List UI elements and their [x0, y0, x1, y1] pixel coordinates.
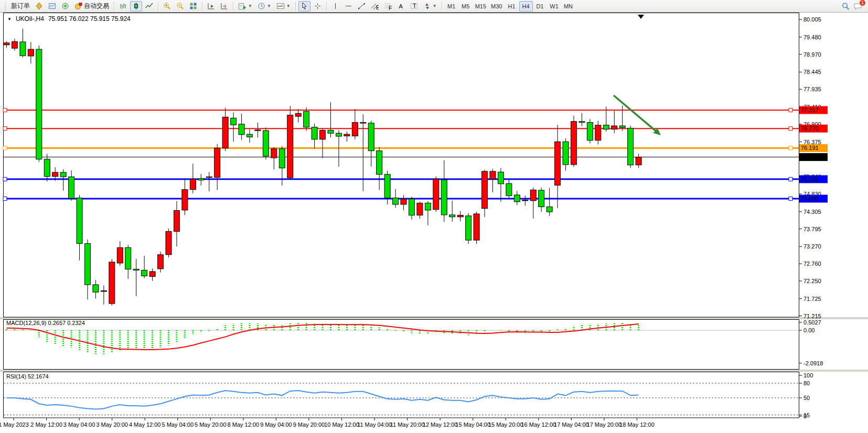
notification-badge: 1 — [859, 0, 866, 6]
line-handle[interactable] — [3, 146, 7, 150]
timeframe-m30-button[interactable]: M30 — [489, 1, 504, 12]
arrows-icon — [423, 2, 431, 10]
auto-scroll-button[interactable] — [205, 1, 217, 12]
new-order-button[interactable]: 新订单 — [9, 1, 32, 12]
svg-text:E: E — [376, 4, 379, 10]
line-handle[interactable] — [3, 177, 7, 181]
vertical-line-tool-button[interactable] — [329, 1, 341, 12]
svg-text:76.191: 76.191 — [801, 145, 819, 151]
zoom-out-button[interactable] — [174, 1, 186, 12]
chart-window[interactable]: 80.00579.48078.97078.44577.93577.41076.9… — [0, 13, 868, 433]
toolbar-grip[interactable] — [4, 2, 6, 10]
line-handle[interactable] — [789, 197, 792, 200]
new-chart-button[interactable]: ▼ — [236, 1, 254, 12]
indicators-button[interactable]: ▼ — [274, 1, 293, 12]
svg-text:1 May 2023: 1 May 2023 — [0, 421, 29, 428]
tile-windows-button[interactable] — [187, 1, 199, 12]
svg-text:10 May 12:00: 10 May 12:00 — [324, 421, 359, 428]
timeframe-d1-button[interactable]: D1 — [533, 1, 547, 12]
trendline-tool-button[interactable] — [356, 1, 368, 12]
line-handle[interactable] — [3, 109, 7, 112]
chevron-down-icon: ▼ — [433, 4, 437, 8]
zoom-in-button[interactable] — [161, 1, 173, 12]
timeframe-m15-button[interactable]: M15 — [473, 1, 488, 12]
timeframe-group: M1M5M15M30H1H4D1W1MN — [445, 1, 575, 12]
bar-chart-icon — [119, 2, 127, 10]
candle-body — [304, 111, 309, 127]
auto-trading-button[interactable]: 自动交易 — [72, 1, 111, 12]
candle-body — [52, 172, 58, 177]
fibonacci-tool-button[interactable]: F — [382, 1, 394, 12]
candle-body — [206, 177, 212, 177]
chart-shift-button[interactable] — [218, 1, 230, 12]
timeframe-w1-button[interactable]: W1 — [548, 1, 561, 12]
candle-body — [409, 199, 415, 215]
search-icon[interactable] — [841, 2, 850, 10]
candle-body — [587, 123, 593, 140]
candle-body — [539, 190, 544, 207]
svg-text:76.770: 76.770 — [801, 125, 819, 132]
candle-body — [628, 128, 634, 165]
market-watch-icon — [35, 2, 43, 10]
candle-body — [182, 190, 188, 210]
timeframe-m5-button[interactable]: M5 — [459, 1, 473, 12]
arrows-tool-button[interactable]: ▼ — [421, 1, 439, 12]
svg-text:74.690: 74.690 — [801, 196, 819, 202]
cursor-tool-button[interactable] — [298, 1, 310, 12]
line-handle[interactable] — [3, 127, 7, 131]
timeframe-h1-button[interactable]: H1 — [505, 1, 519, 12]
svg-text:50: 50 — [803, 395, 810, 401]
svg-text:78.445: 78.445 — [803, 69, 821, 75]
line-handle[interactable] — [789, 127, 792, 131]
candle-body — [474, 214, 479, 240]
svg-text:11 May 04:00: 11 May 04:00 — [357, 421, 392, 428]
timeframe-mn-button[interactable]: MN — [562, 1, 575, 12]
one-click-trading-toggle-icon[interactable]: ▼ — [7, 17, 12, 21]
timeframe-m1-button[interactable]: M1 — [445, 1, 458, 12]
line-handle[interactable] — [3, 197, 7, 200]
svg-text:T: T — [413, 3, 416, 9]
candle-body — [612, 126, 617, 129]
market-watch-button[interactable] — [33, 1, 45, 12]
candlestick-mode-button[interactable] — [130, 1, 142, 12]
line-handle[interactable] — [789, 177, 792, 181]
main-chart-panel[interactable] — [4, 13, 799, 318]
equidistant-channel-tool-button[interactable]: E — [369, 1, 381, 12]
timeframe-h4-button[interactable]: H4 — [519, 1, 533, 12]
crosshair-tool-button[interactable] — [312, 1, 324, 12]
svg-text:9 May 20:00: 9 May 20:00 — [293, 421, 325, 428]
data-window-button[interactable] — [46, 1, 58, 12]
text-label-tool-button[interactable]: T — [408, 1, 420, 12]
bar-chart-mode-button[interactable] — [117, 1, 129, 12]
navigator-button[interactable] — [59, 1, 71, 12]
candle-body — [36, 49, 42, 159]
chart-title: ▼ UKOil-,H4 75.951 76.022 75.915 75.924 — [7, 15, 131, 23]
rsi-panel[interactable] — [4, 372, 799, 418]
line-handle[interactable] — [789, 109, 792, 112]
line-chart-mode-button[interactable] — [143, 1, 155, 12]
horizontal-line-tool-button[interactable] — [342, 1, 355, 12]
new-chart-icon — [238, 2, 247, 10]
text-tool-button[interactable]: A — [395, 1, 407, 12]
chevron-down-icon: ▼ — [267, 4, 271, 8]
line-handle[interactable] — [789, 146, 792, 150]
profiles-button[interactable]: ▼ — [255, 1, 273, 12]
auto-trading-icon — [74, 2, 82, 10]
candle-body — [190, 179, 196, 190]
svg-text:17 May 04:00: 17 May 04:00 — [554, 421, 589, 428]
svg-text:11 May 20:00: 11 May 20:00 — [390, 421, 425, 428]
candle-body — [441, 180, 447, 215]
candle-body — [69, 177, 74, 198]
chart-canvas[interactable]: 80.00579.48078.97078.44577.93577.41076.9… — [0, 13, 868, 433]
candle-body — [295, 113, 301, 116]
svg-text:76.375: 76.375 — [803, 139, 821, 145]
candle-body — [384, 175, 390, 198]
tile-windows-icon — [189, 2, 197, 10]
navigator-icon — [61, 2, 69, 10]
horizontal-line-icon — [345, 2, 352, 10]
macd-panel[interactable] — [4, 320, 799, 370]
candle-body — [117, 247, 123, 263]
candle-body — [158, 255, 164, 269]
notifications-button[interactable]: 1 — [853, 2, 863, 10]
candle-body — [498, 172, 503, 184]
